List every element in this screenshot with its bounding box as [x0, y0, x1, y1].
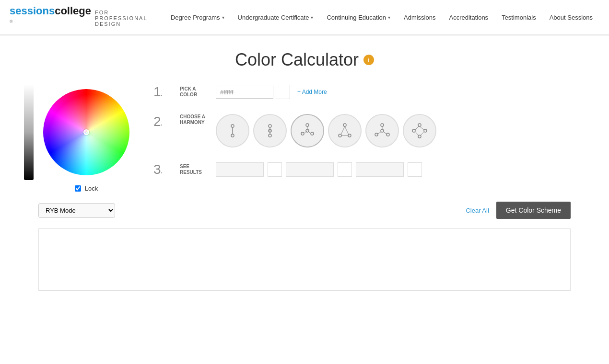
- color-hex-input[interactable]: [216, 86, 273, 99]
- nav-testimonials[interactable]: Testimonials: [495, 10, 543, 25]
- result-box-3: [356, 162, 404, 177]
- svg-point-27: [418, 124, 421, 126]
- chevron-down-icon: ▾: [222, 15, 224, 20]
- nav-about-sessions[interactable]: About Sessions: [543, 10, 599, 25]
- svg-point-14: [343, 124, 346, 126]
- mode-select-wrapper[interactable]: RYB Mode RGB Mode: [38, 203, 115, 218]
- step3-row: 3 • SEE RESULTS: [153, 162, 571, 177]
- result-swatch-1: [268, 162, 282, 177]
- svg-line-31: [420, 126, 424, 130]
- svg-point-0: [231, 125, 234, 127]
- wheel-center-dot: [83, 129, 89, 135]
- step2-row: 2 • CHOOSE A HARMONY: [153, 114, 571, 148]
- color-wheel[interactable]: [43, 89, 129, 175]
- svg-point-20: [381, 124, 384, 126]
- result-swatch-3: [408, 162, 422, 177]
- svg-line-34: [415, 126, 419, 130]
- steps-section: 1 • PICK A COLOR + Add More 2 •: [153, 84, 571, 177]
- harmony-tetradic-button[interactable]: [403, 114, 436, 148]
- result-box-2: [286, 162, 334, 177]
- chevron-down-icon: ▾: [311, 15, 313, 20]
- nav-degree-programs[interactable]: Degree Programs ▾: [164, 10, 231, 25]
- results-box: [38, 228, 571, 291]
- harmony-analogous-button[interactable]: [291, 114, 324, 148]
- right-controls: Clear All Get Color Scheme: [466, 202, 571, 219]
- nav-continuing-ed[interactable]: Continuing Education ▾: [320, 10, 397, 25]
- svg-line-17: [341, 126, 345, 135]
- chevron-down-icon: ▾: [388, 15, 390, 20]
- step2-number: 2: [153, 114, 161, 129]
- wheel-section: Lock: [38, 84, 134, 192]
- svg-line-18: [345, 126, 349, 135]
- svg-point-7: [306, 124, 309, 126]
- step1-row: 1 • PICK A COLOR + Add More: [153, 84, 571, 100]
- lock-label: Lock: [85, 185, 98, 192]
- logo[interactable]: sessionscollege ® FOR PROFESSIONAL DESIG…: [10, 5, 150, 30]
- color-wheel-wrapper[interactable]: [38, 84, 134, 180]
- step1-label: PICK A COLOR: [180, 86, 209, 98]
- svg-point-4: [269, 134, 271, 137]
- step2-dot: •: [161, 123, 163, 127]
- nav-undergrad-cert[interactable]: Undergraduate Certificate ▾: [231, 10, 320, 25]
- svg-point-3: [269, 125, 271, 127]
- svg-line-25: [377, 132, 381, 134]
- lock-input[interactable]: [75, 185, 81, 192]
- step3-label: SEE RESULTS: [180, 164, 209, 175]
- lock-checkbox[interactable]: Lock: [75, 185, 98, 192]
- calculator-area: Lock 1 • PICK A COLOR + Add More: [10, 84, 599, 192]
- svg-point-21: [375, 133, 378, 136]
- get-color-scheme-button[interactable]: Get Color Scheme: [496, 202, 571, 219]
- step2-label: CHOOSE A HARMONY: [180, 114, 209, 125]
- nav-admissions[interactable]: Admissions: [397, 10, 442, 25]
- page-title-area: Color Calculator i: [10, 50, 599, 70]
- wheel-overlay: [48, 94, 134, 180]
- harmony-split-button[interactable]: [365, 114, 399, 148]
- harmony-triadic-button[interactable]: [328, 114, 362, 148]
- harmony-mono-button[interactable]: [216, 114, 249, 148]
- step3-dot: •: [161, 171, 163, 175]
- main-content: Color Calculator i Lock: [0, 35, 609, 305]
- header: sessionscollege ® FOR PROFESSIONAL DESIG…: [0, 0, 609, 35]
- color-swatch[interactable]: [276, 85, 290, 99]
- svg-point-1: [231, 134, 234, 137]
- add-more-button[interactable]: + Add More: [297, 89, 327, 95]
- color-input-group: + Add More: [216, 85, 327, 99]
- step1-dot: •: [161, 93, 163, 97]
- harmony-options: [216, 114, 436, 148]
- result-box-1: [216, 162, 264, 177]
- logo-college: college: [55, 5, 91, 17]
- svg-point-30: [412, 129, 415, 132]
- logo-tagline: FOR PROFESSIONAL DESIGN: [95, 10, 150, 27]
- step3-number: 3: [153, 162, 161, 177]
- info-icon[interactable]: i: [363, 55, 374, 65]
- svg-line-32: [421, 132, 424, 136]
- results-group: [216, 162, 422, 177]
- svg-point-22: [386, 133, 389, 136]
- harmony-complementary-button[interactable]: [253, 114, 287, 148]
- page-title: Color Calculator: [235, 50, 359, 70]
- step1-number: 1: [153, 84, 161, 100]
- mode-select[interactable]: RYB Mode RGB Mode: [38, 203, 115, 218]
- svg-point-28: [424, 129, 427, 132]
- svg-line-26: [383, 132, 387, 134]
- logo-sessions: sessions: [10, 5, 55, 17]
- nav-accreditations[interactable]: Accreditations: [442, 10, 495, 25]
- main-nav: Degree Programs ▾ Undergraduate Certific…: [164, 10, 599, 25]
- clear-all-button[interactable]: Clear All: [466, 207, 489, 214]
- svg-line-33: [415, 132, 419, 136]
- bottom-controls: RYB Mode RGB Mode Clear All Get Color Sc…: [10, 202, 599, 219]
- brightness-slider[interactable]: [24, 84, 34, 180]
- result-swatch-2: [338, 162, 352, 177]
